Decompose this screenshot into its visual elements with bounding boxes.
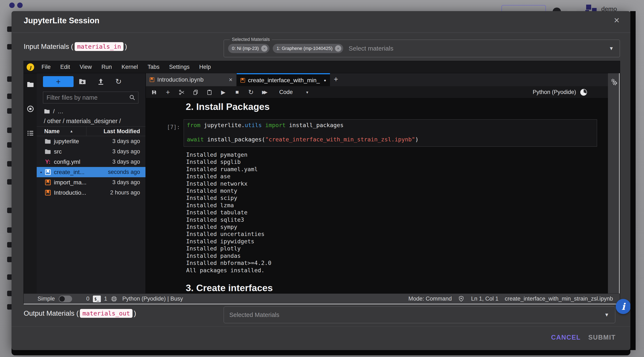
code-token: install_packages	[286, 122, 344, 128]
notebook-content[interactable]: 2. Install Packages [7]: from jupyterlit…	[146, 98, 608, 293]
file-row[interactable]: ● Y: src 3 days ago	[37, 146, 146, 157]
upload-icon[interactable]	[97, 78, 104, 85]
material-chip[interactable]: 1: Graphene (mp-1040425) ×	[273, 44, 343, 53]
file-name: create_int...	[54, 169, 84, 176]
stop-icon[interactable]: ■	[234, 89, 240, 95]
execution-count: [7]:	[167, 124, 180, 130]
tab-introduction[interactable]: Introduction.ipynb ×	[146, 73, 236, 86]
new-tab-icon[interactable]: +	[334, 75, 338, 84]
menu-item[interactable]: Help	[194, 64, 216, 70]
cell-type-select[interactable]: Code	[279, 89, 293, 95]
output-line: Installed lzma	[186, 202, 271, 209]
cancel-button[interactable]: CANCEL	[551, 334, 581, 341]
statusbar-filename: create_interface_with_min_strain_zsl.ipy…	[505, 295, 613, 302]
jupyterlite-logo-icon: ȷ	[26, 63, 34, 71]
output-line: Installed networkx	[186, 180, 271, 187]
menu-items: FileEditViewRunKernelTabsSettingsHelp	[37, 64, 216, 70]
tab-bar: Introduction.ipynb × create_interface_wi…	[146, 73, 608, 86]
file-row[interactable]: ● Y: Introductio... 2 hours ago	[37, 188, 146, 198]
run-all-icon[interactable]: ▶▶	[262, 89, 268, 95]
output-line: Installed uncertainties	[186, 230, 271, 238]
run-icon[interactable]: ▶	[220, 89, 226, 95]
folder-icon[interactable]	[26, 81, 34, 88]
statusbar-left: Simple 0 $_ 1 Python (Pyodide) | Busy	[38, 294, 183, 304]
info-button[interactable]: i	[616, 299, 630, 314]
running-sessions-icon[interactable]	[26, 105, 34, 113]
file-filter-input[interactable]	[43, 94, 129, 101]
close-icon[interactable]: ×	[614, 15, 620, 25]
tab-close-icon[interactable]: ×	[229, 76, 232, 83]
dialog-title: JupyterLite Session	[24, 16, 99, 25]
simple-mode-toggle[interactable]	[59, 295, 72, 302]
breadcrumb-path[interactable]: / other / materials_designer /	[44, 118, 121, 125]
breadcrumb-root[interactable]: /	[53, 108, 55, 115]
shield-x-icon[interactable]	[458, 295, 465, 302]
new-folder-icon[interactable]	[78, 78, 86, 85]
tab-create-interface[interactable]: create_interface_with_min_ ●	[237, 73, 330, 86]
breadcrumb-ellipsis[interactable]: …	[58, 108, 64, 115]
cut-icon[interactable]	[178, 89, 185, 95]
material-chip-label: 0: Ni (mp-23)	[232, 46, 259, 51]
simple-mode-label: Simple	[38, 295, 55, 302]
kernel-cpu-icon[interactable]	[111, 295, 118, 302]
column-name[interactable]: Name	[44, 128, 60, 135]
material-chip[interactable]: 0: Ni (mp-23) ×	[228, 44, 270, 53]
cursor-position[interactable]: Ln 1, Col 1	[471, 295, 498, 302]
file-row[interactable]: ● Y: create_int... seconds ago	[37, 167, 146, 177]
insert-cell-icon[interactable]: +	[165, 89, 171, 95]
file-row[interactable]: ● Y: import_ma... 3 days ago	[37, 177, 146, 188]
menu-item[interactable]: View	[75, 64, 97, 70]
new-launcher-button[interactable]: +	[43, 76, 74, 87]
code-token: "create_interface_with_min_strain_zsl.ip…	[265, 136, 415, 143]
notebook-file-icon	[240, 78, 245, 83]
sort-asc-icon: ▲	[70, 129, 73, 133]
code-cell[interactable]: from jupyterlite.utils import install_pa…	[184, 119, 597, 147]
selected-materials-legend: Selected Materials	[230, 37, 272, 42]
notebook-file-icon	[44, 179, 51, 186]
menu-item[interactable]: File	[37, 64, 56, 70]
paste-icon[interactable]	[206, 89, 212, 95]
background-panel-edge	[630, 11, 636, 350]
chip-delete-icon[interactable]: ×	[261, 45, 268, 52]
save-icon[interactable]	[151, 89, 157, 95]
file-row[interactable]: ● Y: config.yml 3 days ago	[37, 157, 146, 167]
chevron-down-icon: ▼	[609, 46, 614, 51]
menu-item[interactable]: Settings	[164, 64, 194, 70]
output-materials-dropdown[interactable]: Selected Materials ▼	[224, 306, 615, 323]
notebook-toolbar: + ▶ ■ ↻ ▶▶ Code ▾ Python	[146, 86, 608, 98]
file-modified: 2 hours ago	[110, 189, 146, 196]
menu-item[interactable]: Run	[97, 64, 117, 70]
folder-icon[interactable]	[44, 108, 50, 115]
refresh-icon[interactable]: ↻	[115, 78, 122, 85]
jupyter-statusbar: Simple 0 $_ 1 Python (Pyodide) | Busy Mo…	[24, 293, 620, 304]
output-line: Installed sympy	[186, 223, 271, 230]
code-token: import	[265, 122, 286, 128]
restart-icon[interactable]: ↻	[248, 89, 254, 95]
chevron-down-icon[interactable]: ▾	[306, 90, 308, 95]
app-logo	[17, 3, 23, 8]
menu-item[interactable]: Kernel	[117, 64, 143, 70]
column-last-modified[interactable]: Last Modified	[104, 128, 140, 135]
property-inspector-gears-icon[interactable]	[610, 78, 618, 86]
code-token: await	[187, 136, 204, 143]
terminal-icon[interactable]: $_	[93, 295, 101, 302]
chip-delete-icon[interactable]: ×	[335, 45, 341, 52]
file-row[interactable]: ● Y: jupyterlite 3 days ago	[37, 136, 146, 146]
table-of-contents-icon[interactable]	[26, 129, 34, 137]
menu-item[interactable]: Edit	[56, 64, 75, 70]
file-name: src	[54, 148, 62, 155]
copy-icon[interactable]	[192, 89, 199, 95]
output-line: Installed scipy	[186, 194, 271, 202]
submit-button[interactable]: SUBMIT	[588, 334, 616, 341]
kernel-status[interactable]: Python (Pyodide) | Busy	[122, 295, 183, 302]
selected-materials-combobox[interactable]: Selected Materials 0: Ni (mp-23) × 1: Gr…	[224, 40, 620, 57]
kernel-name[interactable]: Python (Pyodide)	[533, 89, 576, 95]
menu-item[interactable]: Tabs	[143, 64, 164, 70]
output-line: All packages installed.	[186, 267, 271, 274]
code-token	[262, 122, 265, 128]
output-line: Installed ipywidgets	[186, 238, 271, 245]
select-materials-placeholder[interactable]: Select materials	[348, 45, 393, 52]
command-mode-indicator[interactable]: Mode: Command	[408, 295, 452, 302]
jupyterlite-session-dialog: JupyterLite Session × Input Materials (m…	[12, 11, 630, 350]
unsaved-changes-dot: ●	[324, 78, 326, 83]
